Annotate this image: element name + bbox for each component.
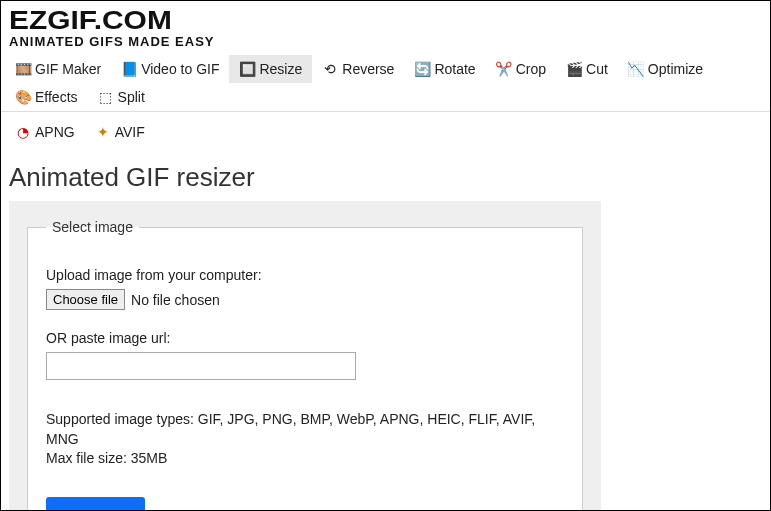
optimize-icon: 📉: [628, 61, 644, 77]
navbar: 🎞️GIF Maker📘Video to GIF🔲Resize⟲Reverse🔄…: [1, 51, 770, 112]
upload-label: Upload image from your computer:: [46, 267, 564, 283]
logo-area: EZGIF.COM ANIMATED GIFS MADE EASY: [1, 1, 770, 51]
nav-rotate[interactable]: 🔄Rotate: [404, 55, 485, 83]
nav-label: GIF Maker: [35, 61, 101, 77]
nav-avif[interactable]: ✦AVIF: [85, 118, 155, 146]
upload-button[interactable]: Upload!: [46, 497, 145, 511]
nav-label: Resize: [259, 61, 302, 77]
nav-label: Cut: [586, 61, 608, 77]
page-title: Animated GIF resizer: [1, 152, 770, 201]
nav-label: Reverse: [342, 61, 394, 77]
supported-types-text: Supported image types: GIF, JPG, PNG, BM…: [46, 410, 564, 449]
nav-cut[interactable]: 🎬Cut: [556, 55, 618, 83]
cut-icon: 🎬: [566, 61, 582, 77]
resize-icon: 🔲: [239, 61, 255, 77]
navbar-secondary: ◔APNG✦AVIF: [1, 112, 770, 152]
fieldset-legend: Select image: [46, 219, 139, 235]
logo-main: EZGIF.COM: [9, 5, 771, 36]
crop-icon: ✂️: [496, 61, 512, 77]
support-info: Supported image types: GIF, JPG, PNG, BM…: [46, 410, 564, 469]
nav-split[interactable]: ⬚Split: [88, 83, 155, 111]
file-row: Choose file No file chosen: [46, 289, 564, 310]
nav-label: Rotate: [434, 61, 475, 77]
nav-effects[interactable]: 🎨Effects: [5, 83, 88, 111]
content-panel: Select image Upload image from your comp…: [9, 201, 601, 511]
nav-resize[interactable]: 🔲Resize: [229, 55, 312, 83]
nav-label: Crop: [516, 61, 546, 77]
split-icon: ⬚: [98, 89, 114, 105]
select-image-fieldset: Select image Upload image from your comp…: [27, 219, 583, 511]
nav-label: Video to GIF: [141, 61, 219, 77]
nav-label: Split: [118, 89, 145, 105]
apng-icon: ◔: [15, 124, 31, 140]
nav-optimize[interactable]: 📉Optimize: [618, 55, 713, 83]
image-url-input[interactable]: [46, 352, 356, 380]
reverse-icon: ⟲: [322, 61, 338, 77]
nav-label: APNG: [35, 124, 75, 140]
choose-file-button[interactable]: Choose file: [46, 289, 125, 310]
nav-crop[interactable]: ✂️Crop: [486, 55, 556, 83]
or-paste-label: OR paste image url:: [46, 330, 564, 346]
avif-icon: ✦: [95, 124, 111, 140]
nav-apng[interactable]: ◔APNG: [5, 118, 85, 146]
rotate-icon: 🔄: [414, 61, 430, 77]
effects-icon: 🎨: [15, 89, 31, 105]
file-status-text: No file chosen: [131, 292, 220, 308]
logo-sub: ANIMATED GIFS MADE EASY: [9, 34, 762, 49]
nav-label: Effects: [35, 89, 78, 105]
gif-maker-icon: 🎞️: [15, 61, 31, 77]
video-to-gif-icon: 📘: [121, 61, 137, 77]
nav-video-to-gif[interactable]: 📘Video to GIF: [111, 55, 229, 83]
nav-gif-maker[interactable]: 🎞️GIF Maker: [5, 55, 111, 83]
nav-label: AVIF: [115, 124, 145, 140]
nav-reverse[interactable]: ⟲Reverse: [312, 55, 404, 83]
nav-label: Optimize: [648, 61, 703, 77]
max-size-text: Max file size: 35MB: [46, 449, 564, 469]
